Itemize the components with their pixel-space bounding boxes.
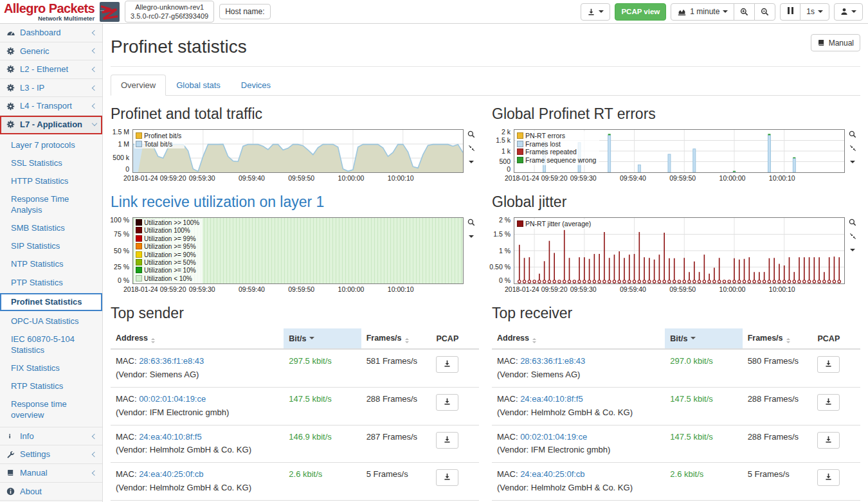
pcap-download-button[interactable] [436,394,458,411]
pcap-download-button[interactable] [436,469,458,486]
brand-logo[interactable]: Allegro Packets Network Multimeter [4,2,95,22]
header-toolbar: PCAP view 1 minute 1s [581,3,863,21]
collapse-icon[interactable] [849,233,856,240]
x-tick-label: 09:59:50 [288,174,314,182]
y-tick-label: 0 [125,165,129,173]
sidebar-item-l7-application[interactable]: L7 - Application [0,116,102,134]
sidebar-item-manual[interactable]: Manual [0,464,102,483]
table-row: MAC: 24:ea:40:25:0f:cb(Vendor: Helmholz … [111,463,479,501]
pcap-download-button[interactable] [817,356,840,373]
section-traffic: Profinet and total traffic0500 k1 M1.5 M… [111,96,479,184]
manual-button[interactable]: Manual [811,34,860,51]
mac-address-link[interactable]: 24:ea:40:25:0f:cb [520,469,584,479]
column-header-address[interactable]: Address [492,328,665,349]
column-header-frames-s[interactable]: Frames/s [361,328,431,349]
vendor-line: (Vendor: Siemens AG) [497,370,660,381]
pcap-view-button[interactable]: PCAP view [615,3,666,21]
zoom-icon[interactable] [467,130,475,138]
zoom-out-button[interactable] [754,3,775,21]
sidebar-item-l4-transport[interactable]: L4 - Transport [0,97,102,116]
mac-address-link[interactable]: 00:02:01:04:19:ce [139,394,206,404]
mac-address-link[interactable]: 24:ea:40:10:8f:f5 [139,432,202,442]
zoom-icon[interactable] [849,219,856,226]
chart-title-utilization[interactable]: Link receive utilization on layer 1 [111,193,479,211]
export-button[interactable] [581,3,610,21]
sidebar-item-ssl-statistics[interactable]: SSL Statistics [0,154,102,172]
sidebar-item-dashboard[interactable]: Dashboard [0,24,102,42]
vendor-line: (Vendor: Helmholz GmbH & Co. KG) [497,483,660,494]
address-cell: MAC: 24:ea:40:10:8f:f5(Vendor: Helmholz … [492,387,665,425]
y-tick-label: 1.5 k [496,136,511,144]
chart-plot-utilization[interactable]: Utilization >> 100%Utilization 100%Utili… [132,217,464,284]
chart-plot-traffic[interactable]: Profinet bit/sTotal bit/s [132,129,464,173]
chart-plot-rt-errors[interactable]: PN-RT errorsFrames lostFrames repeatedFr… [514,129,845,173]
download-icon [587,8,595,16]
sidebar-item-iec-60870-5-104-statistics[interactable]: IEC 60870-5-104 Statistics [0,330,102,359]
sidebar-item-layer-7-protocols[interactable]: Layer 7 protocols [0,136,102,154]
area-chart-icon [677,8,687,16]
tabs: OverviewGlobal statsDevices [111,75,860,96]
pcap-download-button[interactable] [817,469,840,486]
tab-devices[interactable]: Devices [231,75,281,96]
tab-overview[interactable]: Overview [111,75,166,96]
caret-down-icon [851,10,856,15]
pcap-download-button[interactable] [817,432,840,449]
legend-swatch [517,157,523,163]
zoom-icon[interactable] [849,130,856,138]
sidebar-item-generic[interactable]: Generic [0,42,102,61]
info-icon [6,432,15,440]
sidebar-item-ptp-statistics[interactable]: PTP Statistics [0,274,102,292]
mac-address-link[interactable]: 28:63:36:f1:e8:43 [139,356,204,366]
column-header-frames-s[interactable]: Frames/s [743,328,813,349]
sidebar-item-response-time-analysis[interactable]: Response Time Analysis [0,190,102,219]
sidebar-item-l3-ip[interactable]: L3 - IP [0,79,102,98]
section-top-sender: Top senderAddressBit/sFrames/sPCAPMAC: 2… [111,295,479,502]
mac-address-link[interactable]: 00:02:01:04:19:ce [520,432,587,442]
chart-tools [845,217,860,284]
collapse-icon[interactable] [468,145,475,152]
tab-global-stats[interactable]: Global stats [166,75,231,96]
pcap-download-button[interactable] [436,432,458,449]
sidebar-item-settings[interactable]: Settings [0,445,102,464]
column-header-address[interactable]: Address [111,328,284,349]
time-range-dropdown[interactable]: 1 minute [671,3,734,21]
zoom-in-button[interactable] [734,3,755,21]
mac-address-link[interactable]: 24:ea:40:25:0f:cb [139,469,203,479]
menu-caret-icon[interactable] [469,158,474,166]
sidebar-item-l2-ethernet[interactable]: L2 - Ethernet [0,60,102,79]
chart-plot-jitter[interactable]: PN-RT jitter (average) [514,217,845,284]
sidebar-item-label: L4 - Transport [20,101,88,111]
sidebar-item-sip-statistics[interactable]: SIP Statistics [0,237,102,255]
sidebar-item-rtp-statistics[interactable]: RTP Statistics [0,377,102,395]
pause-button[interactable] [780,3,800,21]
user-menu-button[interactable] [834,3,863,21]
menu-caret-icon[interactable] [850,158,855,166]
sidebar-item-smb-statistics[interactable]: SMB Statistics [0,219,102,237]
sort-desc-icon [309,337,314,342]
sidebar-item-fix-statistics[interactable]: FIX Statistics [0,359,102,377]
sidebar-item-label: Generic [20,46,88,57]
top-receiver-table: AddressBit/sFrames/sPCAPMAC: 28:63:36:f1… [492,328,860,502]
sidebar-item-info[interactable]: Info [0,427,102,446]
zoom-icon[interactable] [467,219,475,226]
sidebar-item-opc-ua-statistics[interactable]: OPC-UA Statistics [0,312,102,330]
table-row: MAC: 28:63:36:f1:e8:43(Vendor: Siemens A… [492,349,860,387]
sidebar-item-http-statistics[interactable]: HTTP Statistics [0,172,102,190]
sidebar-item-response-time-overview[interactable]: Response time overview [0,395,102,424]
column-header-bit-s[interactable]: Bit/s [665,328,742,349]
pcap-download-button[interactable] [817,394,840,411]
section-top-receiver: Top receiverAddressBit/sFrames/sPCAPMAC:… [492,295,860,502]
sidebar-item-ntp-statistics[interactable]: NTP Statistics [0,255,102,273]
menu-caret-icon[interactable] [469,233,474,240]
section-utilization: Link receive utilization on layer 10 %25… [111,184,479,295]
column-header-bit-s[interactable]: Bit/s [284,328,361,349]
menu-caret-icon[interactable] [850,246,855,254]
mac-address-link[interactable]: 24:ea:40:10:8f:f5 [520,394,583,404]
pcap-download-button[interactable] [436,356,458,373]
sidebar-item-profinet-statistics[interactable]: Profinet Statistics [0,293,102,311]
section-jitter: Global jitter0 %0.50 %1 %1.5 %2 %PN-RT j… [492,184,860,295]
mac-address-link[interactable]: 28:63:36:f1:e8:43 [520,356,585,366]
sidebar-item-about[interactable]: About [0,483,102,501]
collapse-icon[interactable] [849,145,856,152]
refresh-rate-dropdown[interactable]: 1s [800,3,829,21]
